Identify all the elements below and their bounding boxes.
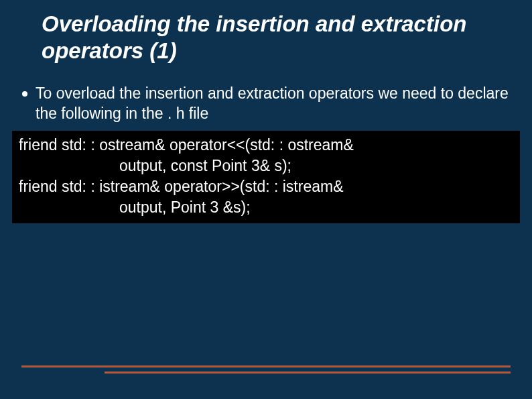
slide-title: Overloading the insertion and extraction… [42, 11, 513, 64]
code-line: output, const Point 3& s); [19, 156, 513, 176]
slide-footer-decoration [21, 365, 511, 374]
code-line: output, Point 3 &s); [19, 197, 513, 218]
bullet-marker [22, 91, 27, 97]
bullet-text: To overload the insertion and extraction… [36, 84, 513, 124]
accent-line [105, 372, 511, 374]
accent-line [21, 365, 511, 367]
code-line: friend std: : istream& operator>>(std: :… [19, 176, 513, 197]
slide-container: Overloading the insertion and extraction… [0, 0, 532, 399]
code-block: friend std: : ostream& operator<<(std: :… [12, 131, 520, 223]
code-line: friend std: : ostream& operator<<(std: :… [19, 135, 513, 156]
bullet-item: To overload the insertion and extraction… [19, 84, 513, 124]
